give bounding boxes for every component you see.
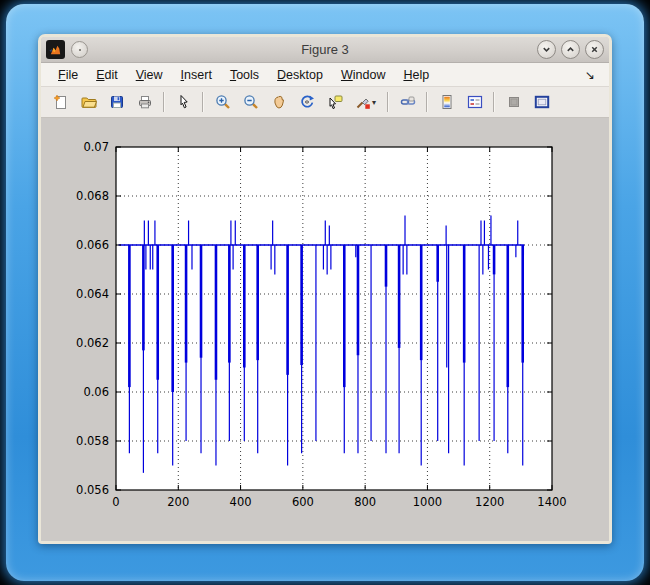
window-controls (537, 40, 604, 59)
insert-colorbar-button[interactable] (433, 89, 460, 115)
pan-hand-icon (271, 94, 287, 110)
menu-edit-mnemonic: E (96, 68, 104, 82)
brush-dropdown-icon[interactable]: ▾ (372, 98, 376, 107)
svg-text:0.06: 0.06 (83, 385, 109, 399)
hide-plot-tools-button[interactable] (500, 89, 527, 115)
toolbar-separator (426, 92, 428, 112)
svg-text:0.07: 0.07 (83, 140, 109, 154)
brush-data-button[interactable]: ▾ (349, 89, 382, 115)
zoom-in-button[interactable] (209, 89, 236, 115)
menubar: File Edit View Insert Tools Desktop Wind… (41, 63, 609, 87)
dock-arrow-icon[interactable]: ↘ (579, 68, 601, 82)
window-title: Figure 3 (41, 42, 609, 57)
svg-text:0.056: 0.056 (76, 483, 109, 497)
svg-text:600: 600 (292, 495, 314, 509)
menu-window-label: indow (353, 68, 386, 82)
menu-desktop-mnemonic: D (277, 68, 286, 82)
open-file-button[interactable] (75, 89, 102, 115)
legend-icon (467, 94, 483, 110)
svg-text:0.058: 0.058 (76, 434, 109, 448)
menu-view[interactable]: View (127, 66, 172, 84)
svg-text:0.068: 0.068 (76, 189, 109, 203)
menu-file[interactable]: File (49, 66, 87, 84)
svg-text:1400: 1400 (537, 495, 566, 509)
menu-view-mnemonic: V (136, 68, 144, 82)
pin-dot (79, 49, 81, 51)
svg-text:0: 0 (112, 495, 119, 509)
menu-file-label: ile (66, 68, 79, 82)
zoom-in-icon (215, 94, 231, 110)
rotate-3d-button[interactable] (293, 89, 320, 115)
menu-edit-label: dit (105, 68, 118, 82)
toolbar-separator (387, 92, 389, 112)
svg-text:1200: 1200 (475, 495, 504, 509)
screen-background: Figure 3 File Edit View Insert Tools Des… (0, 0, 650, 585)
zoom-out-button[interactable] (237, 89, 264, 115)
titlebar[interactable]: Figure 3 (41, 37, 609, 63)
minimize-button[interactable] (537, 40, 556, 59)
edit-arrow-icon (176, 94, 192, 110)
menu-edit[interactable]: Edit (87, 66, 127, 84)
menu-window-mnemonic: W (341, 68, 353, 82)
print-figure-button[interactable] (131, 89, 158, 115)
window-menu-button[interactable] (71, 41, 88, 58)
figure-canvas: 02004006008001000120014000.0560.0580.060… (41, 118, 609, 544)
close-button[interactable] (585, 40, 604, 59)
svg-text:1000: 1000 (413, 495, 442, 509)
hide-plot-tools-icon (506, 94, 522, 110)
svg-text:800: 800 (354, 495, 376, 509)
edit-plot-button[interactable] (170, 89, 197, 115)
zoom-out-icon (243, 94, 259, 110)
menu-file-mnemonic: F (58, 68, 66, 82)
insert-legend-button[interactable] (461, 89, 488, 115)
printer-icon (137, 94, 153, 110)
open-folder-icon (81, 94, 97, 110)
menu-window[interactable]: Window (332, 66, 394, 84)
svg-text:400: 400 (230, 495, 252, 509)
svg-text:200: 200 (167, 495, 189, 509)
svg-text:0.066: 0.066 (76, 238, 109, 252)
menu-tools-label: ools (236, 68, 259, 82)
dock-figure-button[interactable] (528, 89, 555, 115)
save-figure-button[interactable] (103, 89, 130, 115)
menu-view-label: iew (144, 68, 163, 82)
menu-desktop[interactable]: Desktop (268, 66, 332, 84)
menu-desktop-label: esktop (286, 68, 323, 82)
rotate-3d-icon (299, 94, 315, 110)
colorbar-icon (439, 94, 455, 110)
svg-text:0.062: 0.062 (76, 336, 109, 350)
new-figure-button[interactable] (47, 89, 74, 115)
save-floppy-icon (109, 94, 125, 110)
brush-icon (355, 94, 371, 110)
toolbar-separator (493, 92, 495, 112)
link-plot-button[interactable] (394, 89, 421, 115)
pan-button[interactable] (265, 89, 292, 115)
dock-figure-icon (534, 94, 550, 110)
figure-toolbar: ▾ (41, 87, 609, 118)
new-figure-icon (53, 94, 69, 110)
svg-text:0.064: 0.064 (76, 287, 109, 301)
menu-tools[interactable]: Tools (221, 66, 268, 84)
menu-insert[interactable]: Insert (172, 66, 221, 84)
menu-help[interactable]: Help (394, 66, 438, 84)
data-cursor-icon (327, 94, 343, 110)
maximize-button[interactable] (561, 40, 580, 59)
figure-window: Figure 3 File Edit View Insert Tools Des… (38, 34, 612, 544)
data-cursor-button[interactable] (321, 89, 348, 115)
matlab-logo-icon (46, 40, 65, 59)
toolbar-separator (202, 92, 204, 112)
link-chain-icon (400, 94, 416, 110)
toolbar-separator (163, 92, 165, 112)
menu-insert-label: nsert (184, 68, 212, 82)
menu-help-label: elp (412, 68, 429, 82)
figure-plot: 02004006008001000120014000.0560.0580.060… (41, 118, 609, 544)
